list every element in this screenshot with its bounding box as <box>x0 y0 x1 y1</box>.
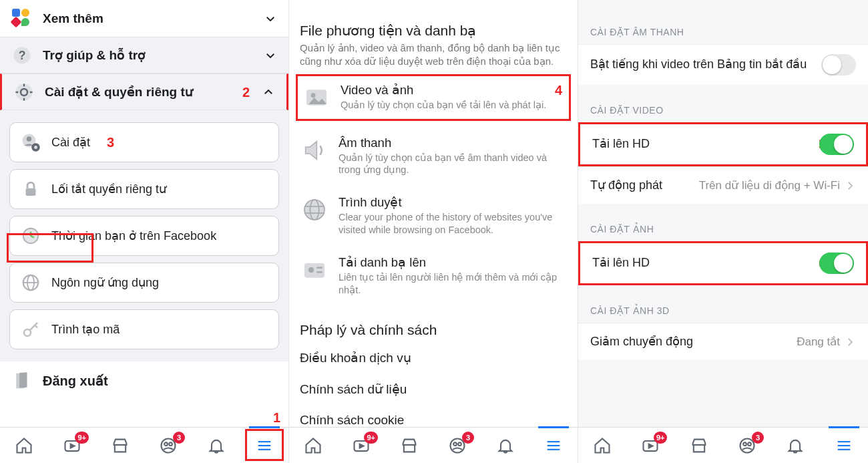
tab-menu[interactable] <box>542 434 565 457</box>
screen2-content: File phương tiện và danh bạ Quản lý ảnh,… <box>289 0 578 427</box>
item-video-photo[interactable]: Video và ảnh Quản lý tùy chọn của bạn về… <box>296 74 571 121</box>
audio-newsfeed-label: Bật tiếng khi video trên Bảng tin bắt đầ… <box>590 57 821 72</box>
key-icon <box>21 319 41 339</box>
svg-point-56 <box>748 442 751 446</box>
media-contacts-subtitle: Quản lý ảnh, video và âm thanh, đồng bộ … <box>300 41 567 69</box>
item-audio[interactable]: Âm thanh Quản lý tùy chọn của bạn về âm … <box>300 126 567 186</box>
settings-submenu: Cài đặt 3 Lối tắt quyền riêng tư Thời gi… <box>0 110 288 361</box>
tab-menu[interactable] <box>253 434 276 457</box>
legal-data-policy[interactable]: Chính sách dữ liệu <box>300 373 567 405</box>
screen-media-settings: File phương tiện và danh bạ Quản lý ảnh,… <box>289 0 578 463</box>
tab-groups[interactable]: 3 <box>736 434 758 457</box>
speaker-icon <box>300 136 329 165</box>
section-photo3d-settings: CÀI ĐẶT ẢNH 3D <box>578 285 868 323</box>
profile-gear-icon <box>21 132 41 152</box>
row-audio-newsfeed[interactable]: Bật tiếng khi video trên Bảng tin bắt đầ… <box>578 44 868 85</box>
annotation-number-2: 2 <box>242 84 250 100</box>
tab-groups[interactable]: 3 <box>446 434 469 457</box>
menu-see-more[interactable]: Xem thêm <box>0 0 288 37</box>
tab-watch[interactable]: 9+ <box>350 434 373 457</box>
annotation-number-1: 1 <box>273 410 280 426</box>
clock-icon <box>21 226 41 246</box>
tab-marketplace[interactable] <box>398 434 421 457</box>
browser-title: Trình duyệt <box>339 195 567 210</box>
menu-logout[interactable]: Đăng xuất <box>0 361 288 400</box>
toggle-video-hd[interactable] <box>819 134 854 155</box>
submenu-settings[interactable]: Cài đặt 3 <box>9 122 279 162</box>
svg-point-55 <box>743 442 746 446</box>
audio-title: Âm thanh <box>339 136 567 150</box>
svg-point-20 <box>24 329 31 336</box>
row-photo-hd[interactable]: Tải lên HD 6 <box>578 241 868 285</box>
legal-title: Pháp lý và chính sách <box>300 322 567 338</box>
tabbar: 9+ 3 <box>0 427 288 463</box>
tab-watch[interactable]: 9+ <box>639 434 662 457</box>
screen1-content: Xem thêm ? Trợ giúp & hỗ trợ Cài đặt & q… <box>0 0 288 427</box>
screen-menu: Xem thêm ? Trợ giúp & hỗ trợ Cài đặt & q… <box>0 0 289 463</box>
item-contacts-upload[interactable]: Tải danh bạ lên Liên tục tải lên người l… <box>300 246 567 306</box>
section-photo-settings: CÀI ĐẶT ẢNH <box>578 204 868 241</box>
tab-notifications[interactable] <box>784 434 807 457</box>
see-more-label: Xem thêm <box>43 11 264 26</box>
tab-home[interactable] <box>13 434 35 457</box>
tab-marketplace[interactable] <box>109 434 132 457</box>
submenu-code-generator[interactable]: Trình tạo mã <box>9 309 279 349</box>
contact-card-icon <box>300 255 329 285</box>
audio-desc: Quản lý tùy chọn của bạn về âm thanh vid… <box>339 152 567 177</box>
menu-help-support[interactable]: ? Trợ giúp & hỗ trợ <box>0 37 288 73</box>
legal-terms[interactable]: Điều khoản dịch vụ <box>300 342 567 373</box>
video-photo-title: Video và ảnh <box>341 83 565 98</box>
tab-home[interactable] <box>591 434 614 457</box>
video-hd-label: Tải lên HD <box>592 136 819 152</box>
autoplay-label: Tự động phát <box>590 178 662 193</box>
legal-cookie-policy[interactable]: Chính sách cookie <box>300 405 567 427</box>
toggle-photo-hd[interactable] <box>819 253 854 274</box>
submenu-language[interactable]: Ngôn ngữ ứng dụng <box>9 263 279 303</box>
row-reduce-motion[interactable]: Giảm chuyển động Đang tắt <box>578 323 868 360</box>
chevron-up-icon <box>262 86 274 98</box>
code-gen-label: Trình tạo mã <box>51 322 268 337</box>
globe-icon <box>21 273 41 293</box>
photo-hd-label: Tải lên HD <box>592 255 819 271</box>
logout-label: Đăng xuất <box>43 373 108 389</box>
item-browser[interactable]: Trình duyệt Clear your phone of the hist… <box>300 186 567 246</box>
svg-marker-45 <box>360 444 364 448</box>
watch-badge: 9+ <box>654 432 668 444</box>
svg-rect-24 <box>19 372 27 388</box>
svg-rect-40 <box>304 263 324 278</box>
annotation-number-3: 3 <box>107 135 114 150</box>
submenu-your-time[interactable]: Thời gian bạn ở trên Facebook <box>9 216 279 256</box>
svg-point-11 <box>34 146 37 149</box>
submenu-privacy-shortcuts[interactable]: Lối tắt quyền riêng tư <box>9 169 279 209</box>
tab-notifications[interactable] <box>205 434 228 457</box>
tab-watch[interactable]: 9+ <box>61 434 83 457</box>
svg-marker-53 <box>649 444 653 448</box>
tab-groups[interactable]: 3 <box>157 434 180 457</box>
settings-label: Cài đặt <box>51 135 268 150</box>
section-video-settings: CÀI ĐẶT VIDEO <box>578 85 868 122</box>
svg-rect-12 <box>26 188 36 196</box>
svg-text:?: ? <box>19 49 26 62</box>
tab-notifications[interactable] <box>494 434 517 457</box>
contacts-desc: Liên tục tải lên người liên hệ mới thêm … <box>339 271 567 297</box>
media-contacts-title: File phương tiện và danh bạ <box>300 23 567 39</box>
toggle-audio-newsfeed[interactable] <box>821 54 856 75</box>
row-video-hd[interactable]: Tải lên HD 5 <box>578 122 868 166</box>
autoplay-value: Trên dữ liệu di động + Wi-Fi <box>670 178 840 192</box>
contacts-title: Tải danh bạ lên <box>339 255 567 270</box>
settings-privacy-label: Cài đặt & quyền riêng tư <box>45 84 262 100</box>
video-photo-desc: Quản lý tùy chọn của bạn về tải lên và p… <box>341 99 565 112</box>
globe-grid-icon <box>300 195 329 224</box>
tab-marketplace[interactable] <box>688 434 710 457</box>
motion-value: Đang tắt <box>797 335 840 349</box>
tab-menu[interactable] <box>833 434 855 457</box>
tabbar: 9+ 3 <box>289 427 578 463</box>
svg-point-9 <box>27 136 32 142</box>
tab-home[interactable] <box>302 434 324 457</box>
gear-icon <box>14 82 34 102</box>
menu-settings-privacy[interactable]: Cài đặt & quyền riêng tư 2 <box>0 73 288 110</box>
svg-point-29 <box>169 442 172 446</box>
language-label: Ngôn ngữ ứng dụng <box>51 275 268 290</box>
row-autoplay[interactable]: Tự động phát Trên dữ liệu di động + Wi-F… <box>578 166 868 204</box>
groups-badge: 3 <box>173 432 185 444</box>
